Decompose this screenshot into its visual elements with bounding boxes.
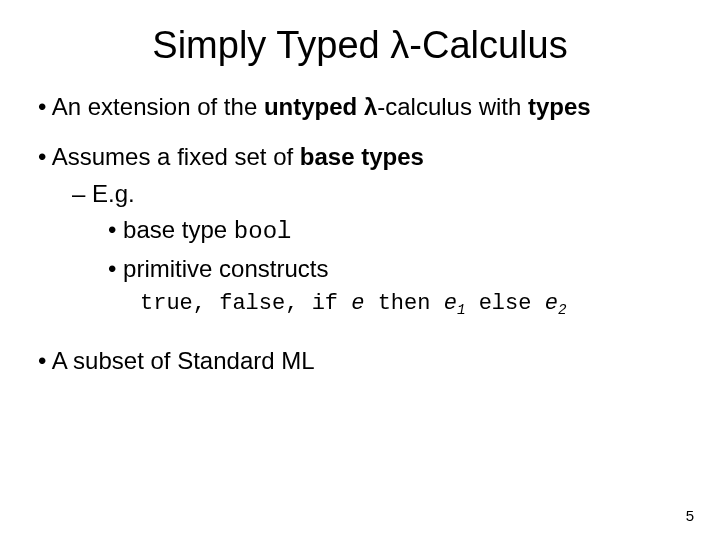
- slide-body: An extension of the untyped λ-calculus w…: [30, 91, 690, 377]
- text-fragment: A subset of Standard ML: [52, 347, 315, 374]
- text-bold-base-types: base types: [300, 143, 424, 170]
- title-text-before: Simply Typed: [152, 24, 390, 66]
- bullet-extension: An extension of the untyped λ-calculus w…: [30, 91, 690, 123]
- lambda-symbol: λ: [390, 24, 409, 66]
- code-false: false: [219, 291, 285, 316]
- code-true: true: [140, 291, 193, 316]
- title-text-after: -Calculus: [409, 24, 567, 66]
- text-fragment: e: [444, 291, 457, 316]
- text-fragment: An extension of the: [52, 93, 264, 120]
- slide-title: Simply Typed λ-Calculus: [30, 24, 690, 67]
- code-bool: bool: [234, 218, 292, 245]
- slide-number: 5: [686, 507, 694, 524]
- code-e2: e2: [545, 291, 567, 316]
- text-bold-untyped: untyped: [264, 93, 364, 120]
- text-comma: ,: [285, 291, 311, 316]
- text-comma: ,: [193, 291, 219, 316]
- lambda-symbol: λ: [364, 93, 377, 120]
- code-else: else: [465, 291, 544, 316]
- code-line: true, false, if e then e1 else e2: [30, 289, 690, 319]
- text-bold-types: types: [528, 93, 591, 120]
- text-fragment: Assumes a fixed set of: [52, 143, 300, 170]
- code-if: if: [312, 291, 352, 316]
- bullet-primitive-constructs: primitive constructs: [30, 253, 690, 285]
- text-fragment: e: [545, 291, 558, 316]
- bullet-subset-ml: A subset of Standard ML: [30, 345, 690, 377]
- text-fragment: primitive constructs: [123, 255, 328, 282]
- bullet-base-type: base type bool: [30, 214, 690, 248]
- slide: Simply Typed λ-Calculus An extension of …: [0, 0, 720, 540]
- text-fragment: E.g.: [92, 180, 135, 207]
- bullet-assumes: Assumes a fixed set of base types: [30, 141, 690, 173]
- text-fragment: base type: [123, 216, 234, 243]
- code-then: then: [378, 291, 444, 316]
- bullet-eg: E.g.: [30, 178, 690, 210]
- code-e1: e1: [444, 291, 466, 316]
- text-fragment: -calculus with: [377, 93, 528, 120]
- subscript-2: 2: [558, 302, 567, 318]
- code-e: e: [351, 291, 377, 316]
